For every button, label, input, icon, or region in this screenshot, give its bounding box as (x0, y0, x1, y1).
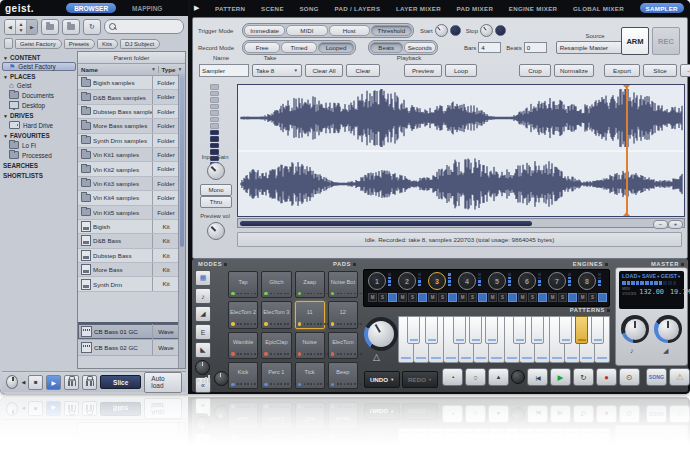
pad-electom-2[interactable]: ElecTom 2 (228, 301, 258, 328)
stop-threshold-knob[interactable] (480, 24, 493, 37)
pad-beep[interactable]: Beep (328, 362, 358, 389)
save-menu[interactable]: SAVE▼ (642, 273, 660, 279)
rec-button[interactable]: REC (652, 27, 680, 55)
pad-perc-1[interactable]: Perc 1 (261, 362, 291, 389)
thru-button[interactable]: Thru (200, 196, 232, 208)
engine-1[interactable]: 1MS (368, 272, 398, 306)
wave-file-row[interactable]: CB Bass 02 GCWave (78, 340, 179, 356)
record-position-marker[interactable] (626, 85, 628, 216)
file-row[interactable]: More BassKit (78, 263, 179, 277)
option-timed[interactable]: Timed (281, 42, 317, 53)
engine-solo-button[interactable]: S (558, 293, 567, 302)
auto-load-button[interactable]: Auto load (144, 372, 182, 393)
breadcrumb-item[interactable]: DJ Subject (120, 39, 160, 49)
option-seconds[interactable]: Seconds (404, 42, 437, 53)
tab-sampler[interactable]: SAMPLER (640, 3, 684, 13)
engine-select-button[interactable]: 6 (518, 272, 536, 290)
breadcrumb-item[interactable]: Geist Factory (15, 39, 62, 49)
nav-forward-icon[interactable]: ▶ (27, 20, 37, 34)
file-row[interactable]: BigishKit (78, 220, 179, 234)
engine-select-button[interactable]: 4 (458, 272, 476, 290)
pad-electom-3[interactable]: ElecTom 3 (261, 301, 291, 328)
pattern-key-upper[interactable] (453, 316, 466, 344)
engine-solo-button[interactable]: S (468, 293, 477, 302)
master-volume-knob[interactable] (654, 315, 682, 343)
tempo-value[interactable]: 132.00 (639, 288, 664, 296)
return-to-start-button[interactable]: |◀ (527, 368, 548, 386)
parent-folder-row[interactable]: Parent folder (78, 52, 185, 64)
refresh-button[interactable]: ↻ (83, 19, 101, 35)
engine-output-button[interactable] (568, 293, 577, 302)
count-in-button[interactable]: ○ (465, 368, 486, 386)
pad-epicclap[interactable]: EpicClap (261, 332, 291, 359)
pad-12[interactable]: 12 (328, 301, 358, 328)
tree-item[interactable]: ⚑Geist Factory (2, 62, 76, 71)
column-type[interactable]: Type▼ (158, 66, 185, 73)
engine-7[interactable]: 7MS (548, 272, 578, 306)
tree-item[interactable]: Documents (2, 90, 76, 100)
tab-layer-mixer[interactable]: LAYER MIXER (396, 5, 441, 12)
file-row[interactable]: Dubstep Bass samplesFolder (78, 105, 179, 119)
undo-button[interactable]: UNDO▼ (364, 371, 400, 388)
add-favourite-button[interactable] (41, 19, 59, 35)
engine-mute-button[interactable]: M (518, 293, 527, 302)
waveform-display[interactable] (237, 84, 685, 217)
wave-file-row[interactable]: CB Bass 01 GCWave (78, 324, 179, 340)
engine-solo-button[interactable]: S (378, 293, 387, 302)
input-gain-knob[interactable] (207, 162, 225, 180)
engine-solo-button[interactable]: S (408, 293, 417, 302)
breadcrumb-root[interactable] (4, 38, 13, 49)
tab-mapping[interactable]: MAPPING (124, 3, 170, 13)
pattern-key-upper[interactable] (559, 316, 572, 344)
slice-sample-button[interactable]: Slice (643, 64, 677, 77)
engine-output-button[interactable] (508, 293, 517, 302)
play-button[interactable]: ▶ (550, 368, 571, 386)
clear-all-button[interactable]: Clear All (305, 64, 343, 77)
add-shortlist-button[interactable] (62, 19, 80, 35)
pad-tick[interactable]: Tick (295, 362, 325, 389)
quantize-button[interactable]: ◔ (442, 368, 463, 386)
engine-solo-button[interactable]: S (438, 293, 447, 302)
tree-section-header[interactable]: SHORTLISTS (2, 170, 76, 180)
tab-scene[interactable]: SCENE (261, 5, 284, 12)
file-row[interactable]: Vin Kit1 samplesFolder (78, 148, 179, 162)
export-button[interactable]: Export (604, 64, 640, 77)
note-mode-button[interactable]: ♪ (195, 288, 211, 304)
waveform-scrollbar[interactable]: − + (237, 218, 685, 228)
pad-zaap[interactable]: Zaap (295, 271, 325, 298)
mono-button[interactable]: Mono (200, 184, 232, 196)
tree-item[interactable]: Lo Fi (2, 140, 76, 150)
redo-button[interactable]: REDO▼ (402, 371, 438, 388)
file-row[interactable]: Vin Kit2 samplesFolder (78, 162, 179, 176)
engine-6[interactable]: 6MS (518, 272, 548, 306)
engine-select-button[interactable]: 5 (488, 272, 506, 290)
option-beats[interactable]: Beats (370, 42, 403, 53)
tab-browser[interactable]: BROWSER (66, 3, 116, 13)
load-menu[interactable]: LOAD▼ (622, 273, 641, 279)
panic-button[interactable]: ⚠ (669, 368, 690, 386)
clear-button[interactable]: Clear (346, 64, 380, 77)
pad-noise-bot[interactable]: Noise Bot (328, 271, 358, 298)
engine-output-button[interactable] (448, 293, 457, 302)
pattern-key-upper[interactable] (591, 316, 604, 344)
engine-8[interactable]: 8MS (578, 272, 608, 306)
pattern-key-upper[interactable] (531, 316, 544, 344)
zoom-out-button[interactable]: − (653, 220, 668, 230)
option-immediate[interactable]: Immediate (244, 25, 285, 36)
engine-mute-button[interactable]: M (488, 293, 497, 302)
engine-mute-button[interactable]: M (398, 293, 407, 302)
file-row[interactable]: Synth Drm samplesFolder (78, 134, 179, 148)
pattern-key-upper[interactable] (469, 316, 482, 344)
tree-item[interactable]: Processed (2, 150, 76, 160)
normalize-button[interactable]: Normalize (554, 64, 594, 77)
file-row[interactable]: Dubstep BassKit (78, 249, 179, 263)
take-select[interactable]: Take 8▼ (252, 64, 302, 77)
option-threshold[interactable]: Threshold (371, 25, 412, 36)
fill-mode-button[interactable]: ◣ (195, 342, 211, 358)
pad-noise[interactable]: Noise (295, 332, 325, 359)
engine-4[interactable]: 4MS (458, 272, 488, 306)
tree-section-header[interactable]: SEARCHES (2, 160, 76, 170)
bars-input[interactable]: 4 (478, 42, 501, 53)
pad-kick[interactable]: Kick (228, 362, 258, 389)
file-row[interactable]: Vin Kit3 samplesFolder (78, 177, 179, 191)
